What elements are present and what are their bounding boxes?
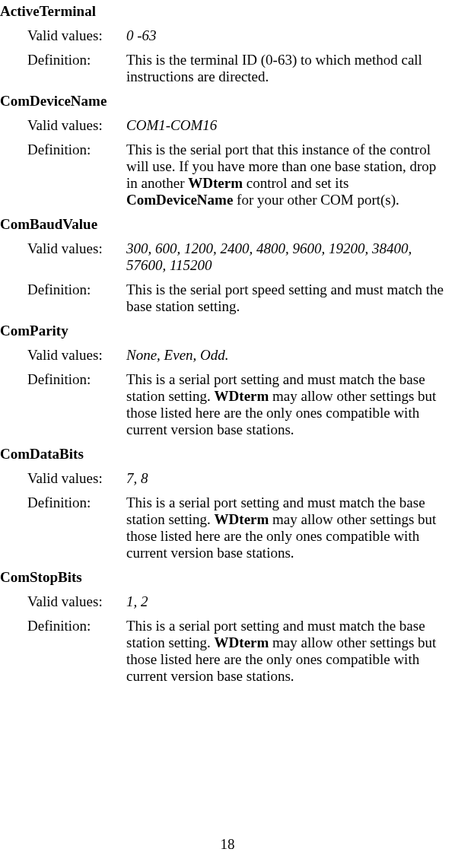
definition-text: This is the serial port that this instan…: [126, 141, 449, 208]
property-heading: ComDataBits: [0, 446, 449, 463]
definition-text: This is the serial port speed setting an…: [126, 281, 449, 315]
property-heading: ComParity: [0, 323, 449, 339]
valid-values-label: Valid values:: [27, 117, 126, 134]
definition-label: Definition:: [27, 281, 126, 315]
definition-text: This is the terminal ID (0-63) to which …: [126, 52, 449, 85]
valid-values-row: Valid values:1, 2: [27, 593, 449, 610]
definition-row: Definition:This is a serial port setting…: [27, 494, 449, 561]
definition-text: This is a serial port setting and must m…: [126, 371, 449, 438]
valid-values-text: 300, 600, 1200, 2400, 4800, 9600, 19200,…: [126, 240, 449, 274]
definition-label: Definition:: [27, 141, 126, 208]
valid-values-label: Valid values:: [27, 470, 126, 487]
valid-values-row: Valid values:None, Even, Odd.: [27, 347, 449, 364]
valid-values-row: Valid values: 0 -63: [27, 27, 449, 44]
definition-label: Definition:: [27, 371, 126, 438]
definition-label: Definition:: [27, 494, 126, 561]
valid-values-label: Valid values:: [27, 27, 126, 44]
property-heading: ComDeviceName: [0, 93, 449, 110]
definition-row: Definition:This is the serial port that …: [27, 141, 449, 208]
valid-values-text: 1, 2: [126, 593, 449, 610]
valid-values-label: Valid values:: [27, 593, 126, 610]
definition-text: This is a serial port setting and must m…: [126, 494, 449, 561]
property-heading: ActiveTerminal: [0, 3, 449, 20]
valid-values-label: Valid values:: [27, 347, 126, 364]
definition-label: Definition:: [27, 618, 126, 685]
definition-label: Definition:: [27, 52, 126, 85]
valid-values-text: None, Even, Odd.: [126, 347, 449, 364]
definition-row: Definition:This is the serial port speed…: [27, 281, 449, 315]
valid-values-row: Valid values:7, 8: [27, 470, 449, 487]
valid-values-row: Valid values:COM1-COM16: [27, 117, 449, 134]
valid-values-label: Valid values:: [27, 240, 126, 274]
property-heading: ComBaudValue: [0, 216, 449, 233]
page-number: 18: [0, 836, 455, 853]
definition-row: Definition:This is the terminal ID (0-63…: [27, 52, 449, 85]
valid-values-text: COM1-COM16: [126, 117, 449, 134]
valid-values-text: 7, 8: [126, 470, 449, 487]
valid-values-text: 0 -63: [126, 27, 449, 44]
property-heading: ComStopBits: [0, 569, 449, 586]
valid-values-row: Valid values:300, 600, 1200, 2400, 4800,…: [27, 240, 449, 274]
definition-row: Definition:This is a serial port setting…: [27, 618, 449, 685]
definition-text: This is a serial port setting and must m…: [126, 618, 449, 685]
definition-row: Definition:This is a serial port setting…: [27, 371, 449, 438]
